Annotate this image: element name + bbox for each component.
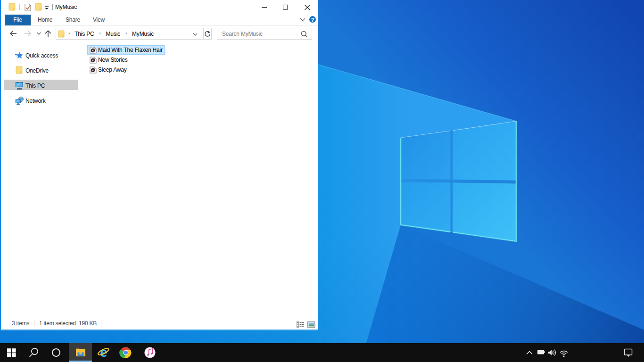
svg-text:?: ?	[311, 17, 314, 23]
